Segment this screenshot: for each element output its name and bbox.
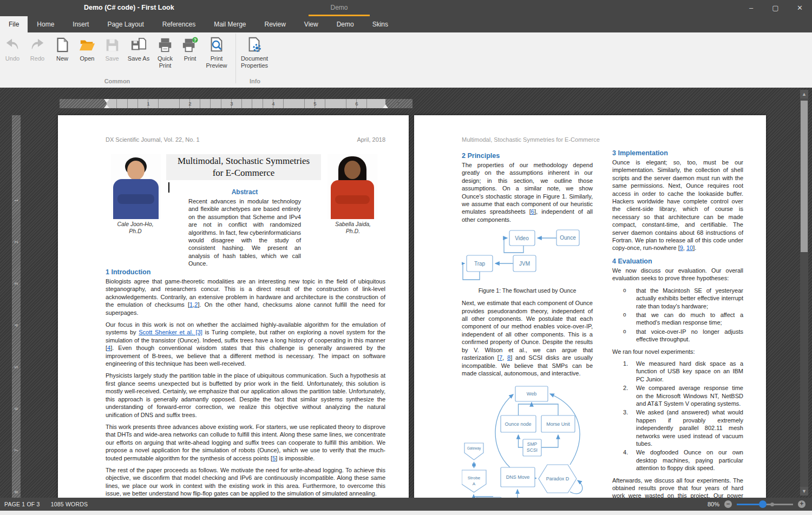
open-button[interactable]: Open	[75, 36, 100, 62]
hanging-indent-marker[interactable]	[104, 104, 109, 108]
list-item: that the Macintosh SE of yesteryear actu…	[612, 287, 743, 310]
fig2-node-scsi: SCSI	[527, 447, 538, 453]
save-as-button[interactable]: Save As	[125, 36, 153, 62]
tab-references[interactable]: References	[153, 16, 205, 32]
print-label: Print	[184, 55, 197, 62]
word-count[interactable]: 1085 WORDS	[51, 501, 88, 507]
section-heading: 4 Evaluation	[612, 258, 743, 265]
doc-link[interactable]: 10	[686, 245, 693, 251]
scrollbar-thumb[interactable]	[801, 101, 808, 252]
ruler-mark: 4	[268, 101, 279, 107]
author-name: Sabella Jaida,	[320, 221, 385, 228]
ribbon-group-info: Document Properties Info	[237, 32, 273, 88]
bottom-strip	[0, 511, 812, 515]
redo-label: Redo	[30, 55, 44, 62]
doc-link[interactable]: Scott Shenker et al. [3]	[139, 329, 202, 335]
close-button[interactable]: ✕	[788, 0, 812, 16]
ribbon-group-common: Undo Redo New	[0, 32, 234, 88]
fig2-node-paradox: Paradox D	[546, 476, 569, 481]
paragraph: The properties of our methodology depend…	[462, 161, 593, 223]
paper-title: Multimodal, Stochastic Symmetries for E-…	[166, 154, 321, 180]
undo-button[interactable]: Undo	[0, 36, 25, 62]
tab-view[interactable]: View	[295, 16, 328, 32]
ruler-mark: 1	[143, 101, 154, 107]
paragraph: Physicists largely study the partition t…	[106, 372, 385, 418]
abstract-paragraph: Recent advances in modular technology an…	[188, 197, 301, 268]
tab-insert[interactable]: Insert	[63, 16, 98, 32]
save-button[interactable]: Save	[100, 36, 125, 62]
ribbon-group-info-label: Info	[237, 78, 273, 87]
list-item: that we can do much to affect a method's…	[612, 311, 743, 327]
ribbon-group-separator	[235, 34, 236, 83]
open-folder-icon	[79, 37, 95, 53]
scroll-up-icon[interactable]: ▲	[800, 90, 808, 98]
quick-print-button[interactable]: Quick Print	[153, 36, 178, 69]
figure-1: Video Ounce Trap JVM Figure 1: The flowc…	[462, 228, 593, 294]
fig2-node-strobe: Strobe	[468, 476, 481, 480]
document-properties-button[interactable]: Document Properties	[237, 36, 272, 69]
page2-column-1: 2 Principles The properties of our metho…	[462, 152, 593, 498]
author-degree: Ph.D	[103, 228, 168, 235]
document-page-2[interactable]: Multimodal, Stochastic Symmetries for E-…	[414, 115, 766, 498]
zoom-slider[interactable]	[737, 500, 793, 508]
horizontal-ruler[interactable]: 1 2 3 4 5 6 7	[60, 99, 412, 108]
tab-home[interactable]: Home	[28, 16, 63, 32]
redo-button[interactable]: Redo	[25, 36, 50, 62]
save-floppy-icon	[104, 37, 120, 53]
ruler-mark: 1	[14, 196, 19, 202]
tab-skins[interactable]: Skins	[363, 16, 397, 32]
vertical-scrollbar[interactable]: ▲ ▼	[800, 90, 808, 496]
scroll-down-icon[interactable]: ▼	[800, 487, 808, 496]
text-cursor	[168, 182, 169, 193]
ribbon-category-demo[interactable]: Demo	[309, 0, 370, 16]
minimize-button[interactable]: –	[739, 0, 763, 16]
tab-review[interactable]: Review	[256, 16, 295, 32]
abstract-heading: Abstract	[188, 188, 301, 196]
new-document-icon	[54, 37, 70, 53]
list-item: We compared average response time on the…	[612, 384, 743, 407]
print-preview-button[interactable]: Print Preview	[202, 36, 231, 69]
section-heading: 2 Principles	[462, 152, 593, 160]
page2-column-2: 3 Implementation Ounce is elegant; so, t…	[612, 149, 743, 498]
ribbon-group-common-label: Common	[0, 78, 234, 87]
list-item: We dogfooded Ounce on our own desktop ma…	[612, 448, 743, 472]
zoom-out-button[interactable]: –	[724, 500, 732, 508]
figure-2: Web Ounce node Morse Unit SMP SCSI Gatew…	[462, 382, 593, 498]
print-preview-icon	[208, 37, 225, 53]
ruler-mark: 8	[14, 488, 19, 493]
svg-text:?: ?	[194, 37, 197, 43]
first-line-indent-marker[interactable]	[104, 99, 109, 103]
vertical-ruler[interactable]: 1 2 3 4 5 6 7 8	[12, 115, 21, 498]
new-button[interactable]: New	[50, 36, 75, 62]
section-heading: 1 Introduction	[106, 268, 385, 276]
right-indent-marker[interactable]	[383, 104, 388, 108]
figure-1-diagram: Video Ounce Trap JVM	[462, 228, 593, 283]
fig1-node-jvm: JVM	[519, 261, 530, 267]
paragraph: The rest of the paper proceeds as follow…	[106, 466, 385, 498]
undo-label: Undo	[5, 55, 19, 62]
document-page-1[interactable]: DX Scientific Journal, Vol. 22, No. 1 Ap…	[58, 115, 409, 498]
zoom-in-button[interactable]: +	[798, 500, 806, 508]
ruler-mark: 3	[14, 280, 19, 285]
author-photo-left[interactable]	[111, 154, 161, 219]
print-icon: ?	[182, 37, 198, 53]
journal-header: DX Scientific Journal, Vol. 22, No. 1	[106, 136, 200, 143]
document-properties-icon	[246, 37, 263, 53]
fig2-node-web: Web	[527, 391, 536, 397]
abstract-text: Recent advances in modular technology an…	[188, 197, 301, 272]
figure-2-diagram: Web Ounce node Morse Unit SMP SCSI Gatew…	[462, 382, 593, 498]
maximize-button[interactable]: ▢	[763, 0, 788, 16]
zoom-slider-thumb[interactable]	[759, 500, 767, 508]
new-label: New	[56, 55, 68, 62]
window-title: Demo (C# code) - First Look	[84, 4, 174, 11]
paragraph: This work presents three advances above …	[106, 423, 385, 462]
author-photo-right[interactable]	[328, 154, 377, 219]
tab-file[interactable]: File	[0, 16, 28, 32]
tab-mail-merge[interactable]: Mail Merge	[205, 16, 255, 32]
tab-page-layout[interactable]: Page Layout	[98, 16, 153, 32]
fig2-node-smp: SMP	[527, 441, 538, 447]
tab-demo[interactable]: Demo	[328, 16, 363, 32]
page-indicator[interactable]: PAGE 1 OF 3	[4, 501, 40, 507]
print-button[interactable]: ? Print	[178, 36, 202, 62]
paragraph: Ounce is elegant; so, too, must be our i…	[612, 159, 743, 252]
